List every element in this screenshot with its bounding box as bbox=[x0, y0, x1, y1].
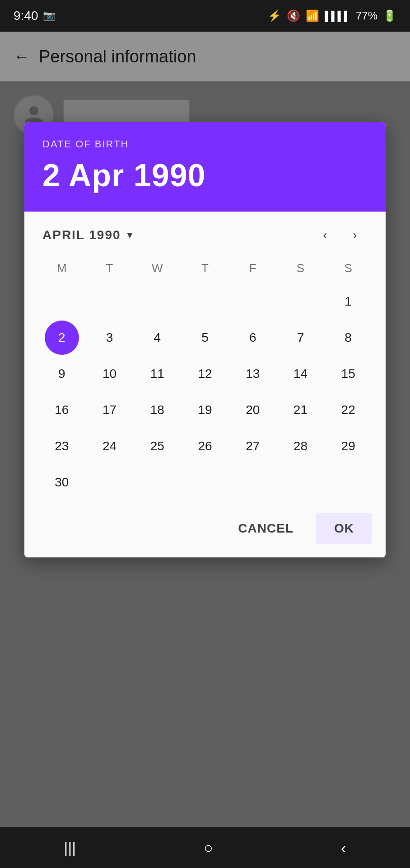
cal-day-15[interactable]: 15 bbox=[331, 357, 365, 391]
cal-day-16[interactable]: 16 bbox=[45, 393, 79, 427]
cal-day-9[interactable]: 9 bbox=[45, 357, 79, 391]
cal-day-empty bbox=[236, 284, 270, 319]
camera-icon: 📷 bbox=[43, 10, 55, 22]
signal-icon: ▌▌▌▌ bbox=[325, 11, 350, 21]
cal-day-6[interactable]: 6 bbox=[236, 321, 270, 355]
cal-day-14[interactable]: 14 bbox=[283, 357, 317, 391]
cal-day-12[interactable]: 12 bbox=[188, 357, 222, 391]
cal-day-4[interactable]: 4 bbox=[140, 321, 174, 355]
date-picker-dialog: DATE OF BIRTH 2 Apr 1990 APRIL 1990 ▼ ‹ … bbox=[24, 122, 386, 557]
cal-day-19[interactable]: 19 bbox=[188, 393, 222, 427]
cal-day-25[interactable]: 25 bbox=[140, 429, 174, 463]
status-bar: 9:40 📷 ⚡ 🔇 📶 ▌▌▌▌ 77% 🔋 bbox=[0, 0, 410, 32]
status-icons: ⚡ 🔇 📶 ▌▌▌▌ 77% 🔋 bbox=[268, 9, 396, 22]
ok-button[interactable]: OK bbox=[316, 513, 372, 544]
cal-day-26[interactable]: 26 bbox=[188, 429, 222, 463]
calendar-body: APRIL 1990 ▼ ‹ › M T W T F S S bbox=[24, 212, 386, 509]
cal-day-empty bbox=[283, 465, 317, 500]
dialog-footer: CANCEL OK bbox=[24, 509, 386, 557]
cal-day-empty bbox=[140, 465, 174, 500]
time-display: 9:40 bbox=[14, 9, 38, 23]
cal-day-empty bbox=[188, 465, 222, 500]
nav-menu-icon[interactable]: ||| bbox=[64, 839, 76, 857]
cal-day-18[interactable]: 18 bbox=[140, 393, 174, 427]
cal-day-2-selected[interactable]: 2 bbox=[45, 321, 79, 355]
month-nav: APRIL 1990 ▼ ‹ › bbox=[33, 212, 377, 257]
day-header-sun: S bbox=[324, 257, 372, 280]
cal-day-empty bbox=[93, 284, 127, 319]
dialog-header: DATE OF BIRTH 2 Apr 1990 bbox=[24, 122, 386, 212]
cal-day-21[interactable]: 21 bbox=[283, 393, 317, 427]
cal-day-empty bbox=[140, 284, 174, 319]
month-year-label: APRIL 1990 bbox=[42, 228, 121, 242]
day-header-sat: S bbox=[277, 257, 325, 280]
prev-month-button[interactable]: ‹ bbox=[312, 222, 338, 248]
cal-day-20[interactable]: 20 bbox=[236, 393, 270, 427]
next-month-button[interactable]: › bbox=[342, 222, 368, 248]
cal-day-1[interactable]: 1 bbox=[331, 284, 365, 319]
cal-day-10[interactable]: 10 bbox=[93, 357, 127, 391]
cal-day-28[interactable]: 28 bbox=[283, 429, 317, 463]
cal-day-8[interactable]: 8 bbox=[331, 321, 365, 355]
bottom-nav: ||| ○ ‹ bbox=[0, 827, 410, 868]
wifi-icon: 📶 bbox=[306, 9, 319, 22]
day-headers-row: M T W T F S S bbox=[38, 257, 372, 280]
cal-day-5[interactable]: 5 bbox=[188, 321, 222, 355]
battery-text: 77% bbox=[356, 9, 377, 22]
cal-day-24[interactable]: 24 bbox=[93, 429, 127, 463]
day-header-thu: T bbox=[181, 257, 229, 280]
cal-day-30[interactable]: 30 bbox=[45, 465, 79, 500]
cal-day-empty bbox=[93, 465, 127, 500]
battery-icon: 🔋 bbox=[383, 9, 396, 22]
dropdown-arrow-icon: ▼ bbox=[126, 230, 135, 241]
nav-back-icon[interactable]: ‹ bbox=[341, 839, 346, 857]
mute-icon: 🔇 bbox=[287, 9, 300, 22]
status-time: 9:40 📷 bbox=[14, 9, 55, 23]
nav-home-icon[interactable]: ○ bbox=[204, 839, 213, 857]
cal-day-23[interactable]: 23 bbox=[45, 429, 79, 463]
cal-day-17[interactable]: 17 bbox=[93, 393, 127, 427]
cancel-button[interactable]: CANCEL bbox=[220, 513, 312, 544]
day-header-wed: W bbox=[133, 257, 181, 280]
cal-day-11[interactable]: 11 bbox=[140, 357, 174, 391]
cal-day-empty bbox=[188, 284, 222, 319]
dob-label: DATE OF BIRTH bbox=[42, 138, 368, 150]
cal-day-empty bbox=[45, 284, 79, 319]
cal-day-empty bbox=[236, 465, 270, 500]
day-header-tue: T bbox=[86, 257, 134, 280]
cal-day-22[interactable]: 22 bbox=[331, 393, 365, 427]
month-title-dropdown[interactable]: APRIL 1990 ▼ bbox=[42, 228, 134, 242]
calendar-grid: 1 2 3 4 5 6 7 8 9 10 11 12 13 14 15 16 1… bbox=[38, 284, 372, 500]
cal-day-7[interactable]: 7 bbox=[283, 321, 317, 355]
cal-day-empty bbox=[331, 465, 365, 500]
cal-day-13[interactable]: 13 bbox=[236, 357, 270, 391]
cal-day-3[interactable]: 3 bbox=[93, 321, 127, 355]
day-header-mon: M bbox=[38, 257, 86, 280]
selected-date-display: 2 Apr 1990 bbox=[42, 157, 368, 193]
cal-day-29[interactable]: 29 bbox=[331, 429, 365, 463]
day-header-fri: F bbox=[229, 257, 277, 280]
bluetooth-icon: ⚡ bbox=[268, 9, 281, 22]
cal-day-empty bbox=[283, 284, 317, 319]
cal-day-27[interactable]: 27 bbox=[236, 429, 270, 463]
